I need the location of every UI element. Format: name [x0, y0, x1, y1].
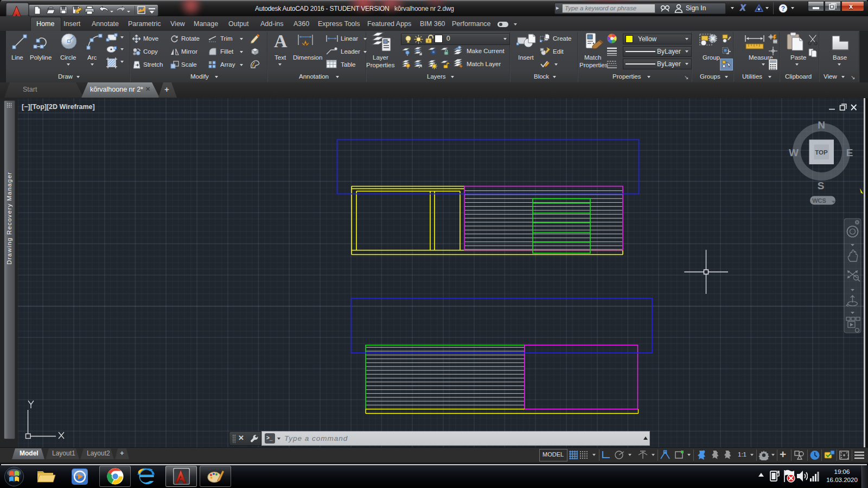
svg-text:S: S [818, 180, 825, 191]
svg-text:N: N [818, 119, 825, 131]
svg-text:?: ? [781, 5, 785, 12]
svg-text:W: W [789, 147, 799, 158]
svg-text:WCS: WCS [812, 197, 826, 204]
svg-text:E: E [846, 147, 853, 158]
svg-text:TOP: TOP [815, 149, 828, 156]
